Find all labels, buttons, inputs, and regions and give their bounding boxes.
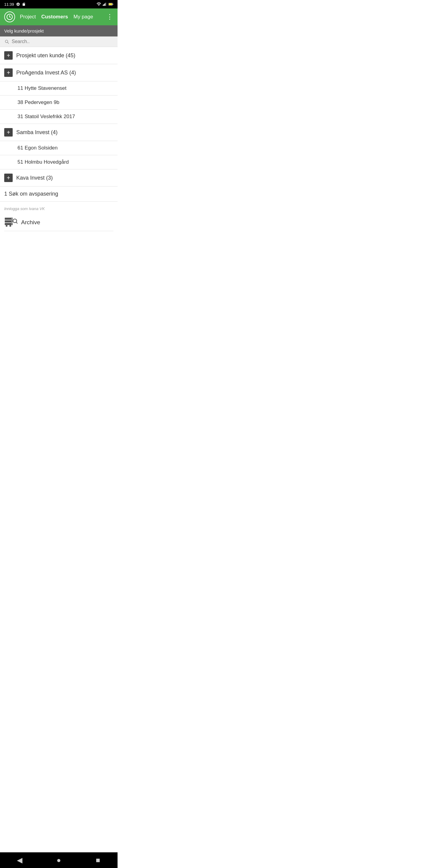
svg-rect-0: [103, 5, 103, 6]
search-icon: [4, 39, 9, 44]
wifi-icon: [96, 2, 101, 6]
nav-links: Project Customers My page: [20, 14, 101, 20]
more-icon[interactable]: ⋮: [106, 13, 113, 21]
svg-rect-11: [6, 225, 7, 227]
clock-icon: [6, 13, 13, 20]
expand-uten-kunde-icon: +: [4, 51, 13, 60]
nav-customers[interactable]: Customers: [41, 14, 68, 20]
project-51[interactable]: 51 Holmbu Hovedgård: [0, 155, 118, 169]
section-header: Velg kunde/prosjekt: [0, 25, 118, 36]
svg-rect-5: [113, 4, 113, 5]
project-31[interactable]: 31 Statoil Veslefrikk 2017: [0, 110, 118, 124]
group-uten-kunde[interactable]: + Prosjekt uten kunde (45): [0, 47, 118, 64]
battery-icon: [108, 2, 113, 6]
item-sok-label: 1 Søk om avspasering: [4, 191, 58, 197]
svg-rect-1: [104, 4, 104, 6]
expand-proagenda-icon: +: [4, 68, 13, 77]
nav-project[interactable]: Project: [20, 14, 36, 20]
project-61-label: 61 Egon Solsiden: [18, 145, 58, 151]
archive-icon: [4, 217, 18, 228]
project-31-label: 31 Statoil Veslefrikk 2017: [18, 114, 75, 120]
project-11[interactable]: 11 Hytte Stavenenset: [0, 82, 118, 96]
search-input[interactable]: [12, 39, 113, 44]
expand-kava-icon: +: [4, 174, 13, 182]
archive-item[interactable]: Archive: [4, 215, 113, 231]
svg-point-15: [11, 224, 12, 224]
status-time: 11:39: [4, 2, 14, 7]
search-bar: [0, 36, 118, 47]
group-kava[interactable]: + Kava Invest (3): [0, 169, 118, 187]
app-logo: [4, 11, 15, 22]
group-uten-kunde-label: Prosjekt uten kunde (45): [16, 53, 75, 59]
logged-as: Innlogga som Ivana VK: [4, 207, 113, 211]
footer-area: Innlogga som Ivana VK Archive: [0, 202, 118, 234]
archive-label: Archive: [21, 219, 40, 226]
status-bar: 11:39: [0, 0, 118, 8]
svg-rect-2: [104, 3, 105, 6]
group-samba-label: Samba Invest (4): [16, 129, 58, 135]
group-kava-label: Kava Invest (3): [16, 175, 53, 181]
sd-card-icon: [22, 2, 26, 6]
status-bar-right: [96, 2, 113, 6]
group-proagenda[interactable]: + ProAgenda Invest AS (4): [0, 64, 118, 82]
top-nav: Project Customers My page ⋮: [0, 8, 118, 25]
group-proagenda-label: ProAgenda Invest AS (4): [16, 70, 76, 76]
expand-samba-icon: +: [4, 128, 13, 136]
status-bar-left: 11:39: [4, 2, 26, 7]
settings-icon: [16, 2, 20, 6]
project-61[interactable]: 61 Egon Solsiden: [0, 141, 118, 155]
customer-list: + Prosjekt uten kunde (45) + ProAgenda I…: [0, 47, 118, 202]
svg-rect-6: [109, 3, 112, 5]
project-11-label: 11 Hytte Stavenenset: [18, 85, 67, 91]
svg-line-17: [16, 222, 18, 223]
project-38[interactable]: 38 Pedervegen 9b: [0, 96, 118, 110]
section-header-label: Velg kunde/prosjekt: [4, 28, 44, 33]
signal-icon: [103, 2, 107, 6]
svg-point-14: [11, 221, 12, 222]
nav-mypage[interactable]: My page: [73, 14, 93, 20]
project-51-label: 51 Holmbu Hovedgård: [18, 159, 69, 165]
svg-point-13: [11, 218, 12, 219]
svg-rect-3: [105, 3, 106, 6]
item-sok[interactable]: 1 Søk om avspasering: [0, 187, 118, 202]
project-38-label: 38 Pedervegen 9b: [18, 99, 59, 105]
group-samba[interactable]: + Samba Invest (4): [0, 124, 118, 141]
svg-rect-12: [10, 225, 11, 227]
